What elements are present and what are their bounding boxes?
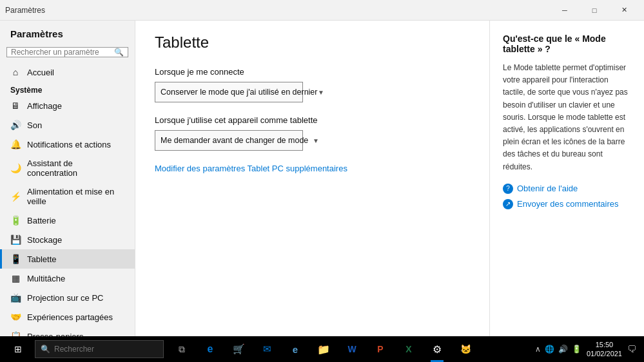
taskbar-search-input[interactable] bbox=[54, 345, 158, 354]
clock-date: 01/02/2021 bbox=[587, 349, 622, 358]
main-content: Tablette Lorsque je me connecte Conserve… bbox=[135, 21, 489, 336]
dropdown-arrow-2: ▼ bbox=[313, 137, 319, 144]
taskbar-app-edge[interactable]: e bbox=[196, 336, 224, 362]
taskbar-app-powerpoint[interactable]: P bbox=[366, 336, 395, 362]
title-bar-controls: ─ □ ✕ bbox=[550, 0, 639, 21]
tablet-icon: 📱 bbox=[10, 254, 21, 264]
clipboard-icon: 📋 bbox=[10, 331, 21, 336]
sidebar-item-batterie[interactable]: 🔋 Batterie bbox=[0, 211, 135, 230]
info-panel: Qu'est-ce que le « Mode tablette » ? Le … bbox=[489, 21, 644, 336]
taskbar-app-edge2[interactable]: e bbox=[281, 336, 309, 362]
home-icon: ⌂ bbox=[10, 67, 21, 77]
taskbar-app-settings[interactable]: ⚙ bbox=[423, 336, 451, 362]
taskbar-app-excel[interactable]: X bbox=[395, 336, 423, 362]
search-input[interactable] bbox=[11, 48, 114, 57]
sidebar-section-systeme: Système bbox=[0, 82, 135, 96]
sidebar: Paramètres 🔍 ⌂ Accueil Système 🖥 Afficha… bbox=[0, 21, 135, 336]
sidebar-item-accueil[interactable]: ⌂ Accueil bbox=[0, 62, 135, 82]
moon-icon: 🌙 bbox=[10, 163, 21, 173]
info-text: Le Mode tablette permet d'optimiser votr… bbox=[503, 62, 631, 173]
maximize-button[interactable]: □ bbox=[580, 0, 609, 21]
connect-mode-dropdown-wrap[interactable]: Conserver le mode que j'ai utilisé en de… bbox=[155, 82, 303, 102]
minimize-button[interactable]: ─ bbox=[550, 0, 580, 21]
setting-connect-label: Lorsque je me connecte bbox=[155, 67, 470, 77]
taskbar-app-mail[interactable]: ✉ bbox=[253, 336, 281, 362]
sidebar-item-presse-papiers[interactable]: 📋 Presse-papiers bbox=[0, 327, 135, 336]
setting-tablet-label: Lorsque j'utilise cet appareil comme tab… bbox=[155, 115, 470, 125]
sidebar-item-son[interactable]: 🔊 Son bbox=[0, 115, 135, 135]
battery-icon: 🔋 bbox=[10, 215, 21, 225]
taskbar-apps: ⧉ e 🛒 ✉ e 📁 W P X ⚙ 🐱 bbox=[168, 336, 480, 362]
clock-time: 15:50 bbox=[596, 340, 614, 349]
feedback-icon: ↗ bbox=[503, 199, 513, 209]
notification-icon[interactable]: 🗨 bbox=[627, 344, 636, 354]
sound-icon: 🔊 bbox=[10, 120, 21, 130]
page-title: Tablette bbox=[155, 33, 470, 52]
sidebar-header: Paramètres bbox=[0, 21, 135, 44]
volume-icon[interactable]: 🔊 bbox=[558, 345, 568, 354]
search-box[interactable]: 🔍 bbox=[6, 47, 128, 57]
taskbar-app-taskview[interactable]: ⧉ bbox=[168, 336, 196, 362]
power-icon: ⚡ bbox=[10, 191, 21, 202]
sidebar-item-notifications[interactable]: 🔔 Notifications et actions bbox=[0, 135, 135, 154]
tablet-mode-select[interactable]: Me demander avant de changer de modePass… bbox=[161, 136, 313, 145]
sidebar-item-affichage[interactable]: 🖥 Affichage bbox=[0, 96, 135, 115]
shared-icon: 🤝 bbox=[10, 312, 21, 322]
setting-connect-mode: Lorsque je me connecte Conserver le mode… bbox=[155, 67, 470, 102]
sidebar-item-tablette[interactable]: 📱 Tablette bbox=[0, 249, 135, 269]
taskbar-app-unknown[interactable]: 🐱 bbox=[451, 336, 480, 362]
sidebar-item-stockage[interactable]: 💾 Stockage bbox=[0, 230, 135, 249]
notifications-icon: 🔔 bbox=[10, 139, 21, 149]
setting-tablet-use: Lorsque j'utilise cet appareil comme tab… bbox=[155, 115, 470, 151]
dropdown-arrow-1: ▼ bbox=[318, 89, 324, 96]
title-bar-title: Paramètres bbox=[5, 6, 45, 15]
multitask-icon: ▦ bbox=[10, 273, 21, 283]
taskbar-right: ∧ 🌐 🔊 🔋 15:50 01/02/2021 🗨 bbox=[535, 340, 641, 359]
connect-mode-select[interactable]: Conserver le mode que j'ai utilisé en de… bbox=[161, 88, 318, 97]
projection-icon: 📺 bbox=[10, 292, 21, 303]
app-body: Paramètres 🔍 ⌂ Accueil Système 🖥 Afficha… bbox=[0, 21, 644, 336]
storage-icon: 💾 bbox=[10, 234, 21, 245]
battery-taskbar-icon[interactable]: 🔋 bbox=[572, 345, 581, 354]
start-button[interactable]: ⊞ bbox=[3, 336, 34, 362]
sidebar-item-experiences[interactable]: 🤝 Expériences partagées bbox=[0, 307, 135, 327]
tablet-mode-dropdown-wrap[interactable]: Me demander avant de changer de modePass… bbox=[155, 130, 303, 151]
help-icon: ? bbox=[503, 184, 513, 194]
taskbar-app-explorer[interactable]: 📁 bbox=[309, 336, 338, 362]
chevron-icon[interactable]: ∧ bbox=[535, 345, 541, 354]
title-bar: Paramètres ─ □ ✕ bbox=[0, 0, 644, 21]
taskbar-app-word[interactable]: W bbox=[338, 336, 366, 362]
close-button[interactable]: ✕ bbox=[609, 0, 639, 21]
search-icon: 🔍 bbox=[114, 48, 124, 57]
feedback-link[interactable]: ↗ Envoyer des commentaires bbox=[503, 199, 631, 209]
network-icon[interactable]: 🌐 bbox=[545, 345, 554, 354]
taskbar: ⊞ 🔍 ⧉ e 🛒 ✉ e 📁 W P X ⚙ 🐱 ∧ 🌐 🔊 🔋 15:50 … bbox=[0, 336, 644, 362]
display-icon: 🖥 bbox=[10, 100, 21, 111]
taskbar-app-store[interactable]: 🛒 bbox=[224, 336, 253, 362]
taskbar-search[interactable]: 🔍 bbox=[35, 340, 164, 358]
sidebar-item-projection[interactable]: 📺 Projection sur ce PC bbox=[0, 288, 135, 307]
sidebar-item-multitache[interactable]: ▦ Multitâche bbox=[0, 269, 135, 288]
sidebar-item-alimentation[interactable]: ⚡ Alimentation et mise en veille bbox=[0, 182, 135, 211]
sidebar-item-assistant[interactable]: 🌙 Assistant de concentration bbox=[0, 154, 135, 182]
info-title: Qu'est-ce que le « Mode tablette » ? bbox=[503, 33, 631, 54]
tablet-pc-settings-link[interactable]: Modifier des paramètres Tablet PC supplé… bbox=[155, 164, 347, 173]
taskbar-search-icon: 🔍 bbox=[41, 345, 50, 354]
taskbar-clock[interactable]: 15:50 01/02/2021 bbox=[584, 340, 625, 359]
help-link[interactable]: ? Obtenir de l'aide bbox=[503, 184, 631, 194]
taskbar-system-icons: ∧ 🌐 🔊 🔋 bbox=[535, 345, 581, 354]
